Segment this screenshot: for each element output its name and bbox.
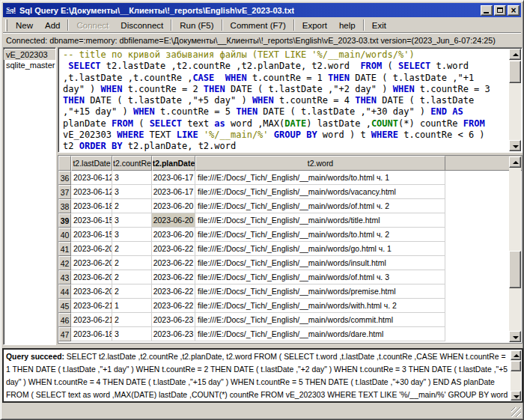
scroll-down-button[interactable] — [509, 331, 521, 342]
cell-word[interactable]: file:///E:/Docs/_Tich/_English/__main/wo… — [195, 213, 445, 228]
cell-countre[interactable]: 1 — [112, 299, 152, 313]
scroll-up-button[interactable] — [509, 156, 521, 168]
minimize-button[interactable] — [481, 5, 493, 16]
cell-lastdate[interactable]: 2023-06-20 — [71, 284, 112, 299]
cell-countre[interactable]: 2 — [112, 270, 152, 284]
sidebar-item-sqlite-master[interactable]: sqlite_master — [4, 60, 55, 70]
cell-word[interactable]: file:///E:/Docs/_Tich/_English/__main/wo… — [195, 185, 445, 199]
scrollbar-thumb[interactable] — [509, 251, 521, 288]
toolbar-button-add[interactable]: Add — [39, 19, 66, 31]
title-bar[interactable]: Sql Sql Query E:\Документы\__Клиенты\!_r… — [3, 3, 521, 17]
table-list-sidebar[interactable]: vE_202303sqlite_master — [3, 47, 56, 345]
grid-header-countre[interactable]: t2.countRe — [112, 156, 152, 171]
cell-word[interactable]: file:///E:/Docs/_Tich/_English/__main/wo… — [195, 171, 445, 185]
cell-word[interactable]: file:///E:/Docs/_Tich/_English/__main/wo… — [195, 270, 445, 284]
cell-lastdate[interactable]: 2023-06-15 — [71, 228, 112, 242]
row-number-cell[interactable]: 44 — [58, 284, 71, 299]
cell-word[interactable]: file:///E:/Docs/_Tich/_English/__main/wo… — [195, 327, 445, 341]
toolbar-button-new[interactable]: New — [10, 19, 39, 31]
cell-countre[interactable]: 2 — [112, 199, 152, 213]
cell-plandate[interactable]: 2023-06-22 — [152, 284, 195, 299]
cell-lastdate[interactable]: 2023-06-21 — [71, 299, 112, 313]
cell-countre[interactable]: 2 — [112, 313, 152, 327]
scroll-up-button[interactable] — [511, 350, 521, 360]
scrollbar-thumb[interactable] — [511, 361, 521, 371]
cell-lastdate[interactable]: 2023-06-21 — [71, 313, 112, 327]
cell-plandate[interactable]: 2023-06-22 — [152, 270, 195, 284]
cell-plandate[interactable]: 2023-06-17 — [152, 171, 195, 185]
row-number-cell[interactable]: 45 — [58, 299, 71, 313]
row-number-cell[interactable]: 47 — [58, 327, 71, 341]
cell-plandate[interactable]: 2023-06-23 — [152, 327, 195, 341]
resize-grip[interactable] — [511, 407, 521, 417]
cell-countre[interactable]: 2 — [112, 284, 152, 299]
toolbar-button-help[interactable]: help — [333, 19, 362, 31]
grid-header-plandate[interactable]: t2.planDate — [152, 156, 195, 171]
cell-lastdate[interactable]: 2023-06-18 — [71, 327, 112, 341]
scroll-down-button[interactable] — [509, 140, 521, 151]
toolbar-button-exit[interactable]: Exit — [366, 19, 392, 31]
cell-countre[interactable]: 2 — [112, 256, 152, 270]
row-number-cell[interactable]: 40 — [58, 228, 71, 242]
cell-lastdate[interactable]: 2023-06-20 — [71, 256, 112, 270]
editor-scrollbar[interactable] — [509, 49, 521, 151]
status-scrollbar[interactable] — [511, 350, 521, 401]
grid-scrollbar[interactable] — [509, 156, 521, 342]
cell-lastdate[interactable]: 2023-06-20 — [71, 242, 112, 256]
cell-plandate[interactable]: 2023-06-22 — [152, 256, 195, 270]
cell-countre[interactable]: 3 — [112, 185, 152, 199]
cell-word[interactable]: file:///E:/Docs/_Tich/_English/__main/wo… — [195, 199, 445, 213]
cell-plandate[interactable]: 2023-06-23 — [152, 313, 195, 327]
cell-plandate[interactable]: 2023-06-22 — [152, 299, 195, 313]
maximize-button[interactable] — [494, 5, 506, 16]
cell-plandate-selected[interactable]: 2023-06-20 — [152, 213, 195, 228]
cell-word[interactable]: file:///E:/Docs/_Tich/_English/__main/wo… — [195, 313, 445, 327]
cell-word[interactable]: file:///E:/Docs/_Tich/_English/__main/wo… — [195, 284, 445, 299]
toolbar-separator — [171, 19, 172, 31]
toolbar-button-run-f5[interactable]: Run (F5) — [174, 19, 219, 31]
grid-header-word[interactable]: t2.word — [195, 156, 445, 171]
sidebar-item-ve-202303[interactable]: vE_202303 — [4, 49, 55, 60]
row-number-cell[interactable]: 41 — [58, 242, 71, 256]
cell-lastdate[interactable]: 2023-06-18 — [71, 199, 112, 213]
scroll-up-button[interactable] — [509, 49, 521, 60]
cell-word[interactable]: file:///E:/Docs/_Tich/_English/__main/wo… — [195, 299, 445, 313]
sql-token-kw: SELECT — [150, 118, 182, 129]
cell-plandate[interactable]: 2023-06-22 — [152, 242, 195, 256]
toolbar-grip-icon[interactable] — [5, 19, 7, 31]
app-window: Sql Sql Query E:\Документы\__Клиенты\!_r… — [0, 0, 524, 420]
close-button[interactable]: × — [508, 5, 520, 16]
row-number-cell[interactable]: 43 — [58, 270, 71, 284]
sql-token — [269, 130, 274, 140]
cell-countre[interactable]: 3 — [112, 171, 152, 185]
cell-word[interactable]: file:///E:/Docs/_Tich/_English/__main/wo… — [195, 242, 445, 256]
row-number-cell[interactable]: 46 — [58, 313, 71, 327]
toolbar-button-comment-f7[interactable]: Comment (F7) — [225, 19, 292, 31]
cell-lastdate[interactable]: 2023-06-12 — [71, 171, 112, 185]
cell-countre[interactable]: 2 — [112, 242, 152, 256]
row-number-cell[interactable]: 36 — [58, 171, 71, 185]
row-number-cell[interactable]: 42 — [58, 256, 71, 270]
sql-token-kw: THEN — [63, 95, 85, 106]
cell-plandate[interactable]: 2023-06-20 — [152, 228, 195, 242]
cell-plandate[interactable]: 2023-06-17 — [152, 185, 195, 199]
scroll-down-button[interactable] — [511, 391, 521, 401]
row-number-cell[interactable]: 38 — [58, 199, 71, 213]
toolbar-button-disconnect[interactable]: Disconnect — [115, 19, 169, 31]
cell-countre[interactable]: 3 — [112, 213, 152, 228]
cell-lastdate[interactable]: 2023-06-20 — [71, 270, 112, 284]
cell-word[interactable]: file:///E:/Docs/_Tich/_English/__main/wo… — [195, 256, 445, 270]
grid-header-lastdate[interactable]: t2.lastDate — [71, 156, 112, 171]
sql-editor[interactable]: -- title по кривой забывания файлы (TEXT… — [58, 47, 523, 153]
scrollbar-thumb[interactable] — [509, 61, 521, 83]
cell-word[interactable]: file:///E:/Docs/_Tich/_English/__main/wo… — [195, 228, 445, 242]
cell-countre[interactable]: 3 — [112, 228, 152, 242]
results-grid[interactable]: t2.lastDatet2.countRet2.planDatet2.word3… — [58, 155, 523, 344]
cell-countre[interactable]: 3 — [112, 327, 152, 341]
row-number-cell[interactable]: 37 — [58, 185, 71, 199]
cell-lastdate[interactable]: 2023-06-12 — [71, 185, 112, 199]
toolbar-button-export[interactable]: Export — [296, 19, 333, 31]
row-number-cell[interactable]: 39 — [58, 213, 71, 228]
cell-lastdate[interactable]: 2023-06-15 — [71, 213, 112, 228]
cell-plandate[interactable]: 2023-06-20 — [152, 199, 195, 213]
